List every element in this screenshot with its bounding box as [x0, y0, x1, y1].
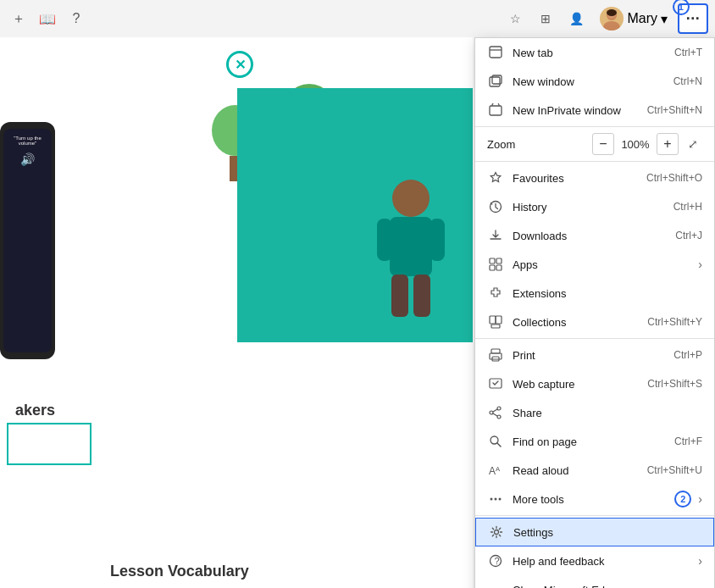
menu-item-find-on-page[interactable]: Find on page Ctrl+F [475, 427, 714, 456]
find-on-page-icon [487, 433, 504, 450]
svg-point-4 [392, 180, 430, 217]
menu-item-extensions[interactable]: Extensions [475, 279, 714, 308]
close-button[interactable]: ✕ [226, 51, 253, 78]
favourites-label: Favourites [513, 172, 646, 185]
favorites-icon[interactable]: ☆ [502, 5, 529, 32]
read-aloud-icon: Aᴬ [487, 462, 504, 479]
divider-2 [475, 161, 714, 162]
more-options-button[interactable]: 1 ··· [678, 3, 708, 34]
collections-icon2 [487, 313, 504, 330]
svg-line-31 [493, 413, 497, 416]
new-tab-icon [487, 44, 504, 61]
svg-rect-23 [491, 349, 500, 353]
svg-point-1 [603, 21, 620, 31]
menu-item-help[interactable]: ? Help and feedback › [475, 546, 714, 575]
zoom-value: 100% [619, 138, 651, 151]
share-label: Share [513, 407, 702, 419]
menu-item-apps[interactable]: Apps › [475, 250, 714, 279]
input-box[interactable] [7, 423, 91, 465]
svg-rect-17 [496, 258, 502, 263]
read-aloud-shortcut: Ctrl+Shift+U [647, 464, 702, 476]
close-icon: ✕ [235, 57, 246, 73]
svg-rect-19 [496, 265, 502, 270]
menu-item-collections[interactable]: Collections Ctrl+Shift+Y [475, 308, 714, 336]
help-feedback-icon: ? [487, 552, 504, 569]
menu-item-read-aloud[interactable]: Aᴬ Read aloud Ctrl+Shift+U [475, 456, 714, 485]
menu-item-history[interactable]: History Ctrl+H [475, 192, 714, 221]
settings-label: Settings [513, 526, 701, 539]
print-shortcut: Ctrl+P [673, 349, 702, 361]
zoom-in-button[interactable]: + [657, 133, 679, 155]
menu-item-more-tools[interactable]: More tools 2 › [475, 485, 714, 513]
web-capture-shortcut: Ctrl+Shift+S [647, 378, 702, 390]
close-edge-icon [487, 581, 504, 588]
zoom-expand-button[interactable]: ⤢ [684, 135, 702, 153]
new-tab-shortcut: Ctrl+T [674, 47, 702, 58]
menu-item-settings[interactable]: Settings [475, 518, 714, 546]
svg-point-35 [491, 498, 493, 501]
web-capture-label: Web capture [513, 378, 647, 391]
svg-rect-16 [490, 258, 495, 263]
svg-point-37 [499, 498, 502, 501]
apps-label: Apps [513, 258, 691, 271]
toolbar-right-section: ☆ ⊞ 👤 Mary ▾ 1 ··· [502, 3, 708, 34]
svg-rect-14 [490, 106, 502, 115]
find-on-page-shortcut: Ctrl+F [674, 435, 702, 447]
three-dots-icon: ··· [686, 10, 701, 28]
downloads-shortcut: Ctrl+J [675, 230, 702, 241]
svg-point-3 [607, 9, 617, 16]
reading-mode-icon[interactable]: 📖 [36, 7, 59, 31]
new-window-label: New window [513, 75, 673, 88]
svg-point-38 [495, 530, 499, 535]
profile-icon[interactable]: 👤 [563, 5, 590, 32]
browser-toolbar: ＋ 📖 ? ☆ ⊞ 👤 Mary ▾ 1 ··· [0, 0, 715, 37]
downloads-icon [487, 227, 504, 244]
read-aloud-label: Read aloud [513, 464, 647, 477]
help-icon[interactable]: ? [64, 7, 88, 31]
svg-point-29 [490, 411, 493, 414]
phone-mockup: "Turn up the volume" 🔊 [0, 122, 55, 359]
svg-rect-9 [413, 275, 430, 317]
menu-item-new-window[interactable]: New window Ctrl+N [475, 67, 714, 96]
svg-rect-12 [490, 77, 500, 86]
apps-icon [487, 256, 504, 273]
history-shortcut: Ctrl+H [673, 201, 702, 213]
zoom-out-button[interactable]: − [592, 133, 614, 155]
more-tools-label: More tools [513, 493, 669, 506]
new-window-icon [487, 73, 504, 90]
settings-icon [488, 524, 505, 541]
add-tab-icon[interactable]: ＋ [7, 7, 30, 31]
menu-item-downloads[interactable]: Downloads Ctrl+J [475, 221, 714, 250]
help-label: Help and feedback [513, 555, 691, 568]
dropdown-menu: New tab Ctrl+T New window Ctrl+N New InP… [474, 37, 715, 588]
svg-rect-22 [491, 325, 500, 328]
svg-rect-18 [490, 265, 495, 270]
menu-item-print[interactable]: Print Ctrl+P [475, 341, 714, 369]
more-tools-icon [487, 491, 504, 508]
collections-icon[interactable]: ⊞ [532, 5, 559, 32]
phone-text: "Turn up the volume" [7, 136, 48, 146]
print-label: Print [513, 349, 673, 362]
find-on-page-label: Find on page [513, 435, 674, 448]
inprivate-icon [487, 102, 504, 119]
downloads-label: Downloads [513, 230, 675, 242]
svg-text:?: ? [495, 556, 500, 566]
zoom-row: Zoom − 100% + ⤢ [475, 129, 714, 159]
user-name-label: Mary [627, 11, 657, 26]
svg-rect-8 [391, 275, 408, 317]
svg-rect-7 [430, 219, 445, 261]
menu-item-favourites[interactable]: Favourites Ctrl+Shift+O [475, 164, 714, 192]
close-edge-label: Close Microsoft Edge [513, 584, 702, 589]
divider-4 [475, 515, 714, 516]
menu-item-new-tab[interactable]: New tab Ctrl+T [475, 38, 714, 67]
menu-item-close-edge[interactable]: Close Microsoft Edge [475, 575, 714, 588]
extensions-icon [487, 285, 504, 302]
zoom-label: Zoom [487, 138, 592, 151]
menu-item-inprivate[interactable]: New InPrivate window Ctrl+Shift+N [475, 96, 714, 125]
dropdown-arrow-icon: ▾ [661, 11, 668, 27]
menu-item-share[interactable]: Share [475, 398, 714, 427]
menu-item-web-capture[interactable]: Web capture Ctrl+Shift+S [475, 369, 714, 398]
collections-label: Collections [513, 316, 647, 329]
vocab-label: Lesson Vocabulary [110, 563, 249, 580]
user-avatar-button[interactable]: Mary ▾ [593, 5, 674, 32]
